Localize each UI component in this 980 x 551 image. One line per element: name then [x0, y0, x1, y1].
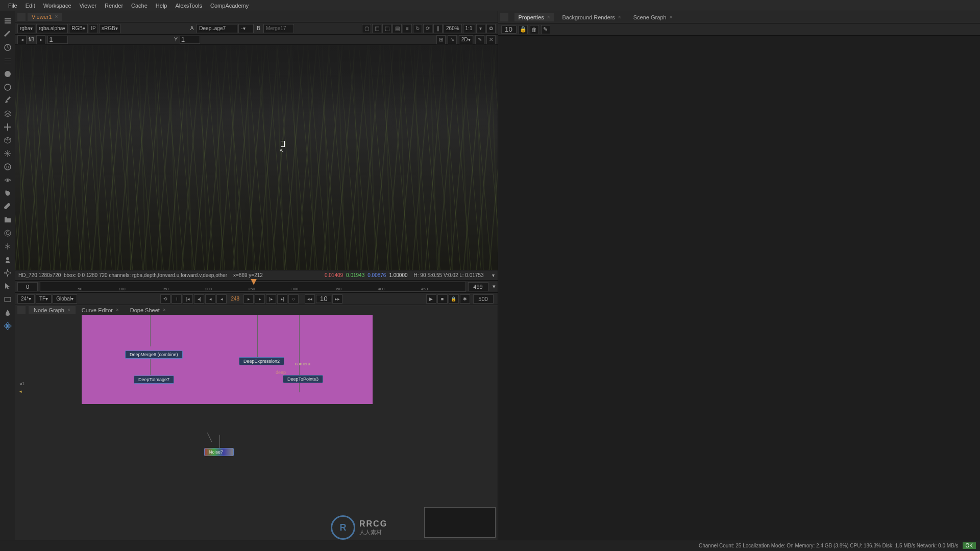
stop-icon[interactable]: ■	[437, 294, 448, 304]
tool-brush-icon[interactable]	[2, 29, 13, 40]
delete-icon[interactable]: 🗑	[530, 25, 539, 34]
wipe-icon[interactable]: ◫	[372, 24, 381, 33]
close-icon[interactable]: ×	[55, 14, 58, 19]
ratio-select[interactable]: 1:1	[463, 24, 475, 33]
skip-input[interactable]	[316, 295, 331, 303]
tool-target-icon[interactable]	[2, 228, 13, 239]
step-back-icon[interactable]: ◂	[216, 294, 227, 304]
close-icon[interactable]: ×	[618, 14, 621, 20]
tool-pointer-icon[interactable]	[2, 15, 13, 27]
pause-icon[interactable]: ∥	[433, 24, 443, 33]
minimap[interactable]	[424, 507, 496, 538]
close-icon[interactable]: ×	[116, 307, 119, 313]
tool-layers-icon[interactable]	[2, 108, 13, 119]
skip-back-icon[interactable]: ◂◂	[305, 294, 315, 304]
timeline-track[interactable]: 50 100 150 200 250 300 350 400 450	[40, 282, 466, 292]
tool-pen-icon[interactable]	[2, 95, 13, 106]
tab-bg-renders[interactable]: Background Renders ×	[558, 13, 625, 21]
lut-select[interactable]: sRGB ▾	[99, 24, 120, 33]
mode-select[interactable]: 2D ▾	[459, 35, 473, 44]
chevron-down-icon[interactable]: ▾	[491, 283, 498, 290]
menu-viewer[interactable]: Viewer	[76, 3, 101, 9]
backdrop-node[interactable]	[82, 315, 373, 404]
tool-cube-icon[interactable]	[2, 135, 13, 146]
proxy-icon[interactable]: ▤	[393, 24, 402, 33]
tab-properties[interactable]: Properties ×	[514, 13, 554, 21]
menu-cache[interactable]: Cache	[127, 3, 152, 9]
tab-grip-icon[interactable]	[17, 13, 26, 21]
tool-lines-icon[interactable]	[2, 55, 13, 66]
playhead-icon[interactable]	[251, 279, 257, 285]
frame-start-input[interactable]: 0	[17, 282, 38, 291]
play-fwd-icon[interactable]: ▸	[255, 294, 265, 304]
tool-head-icon[interactable]	[2, 254, 13, 265]
tab-nodegraph[interactable]: Node Graph ×	[29, 306, 76, 314]
tf-select[interactable]: TF ▾	[36, 294, 52, 304]
node-graph[interactable]: DeepMerge6 (combine) DeepExpression2 cam…	[15, 315, 498, 540]
fps-select[interactable]: 24* ▾	[17, 294, 35, 304]
tool-circle-icon[interactable]	[2, 82, 13, 93]
a-op-select[interactable]: - ▾	[238, 24, 254, 33]
settings-icon[interactable]: ✿	[486, 24, 496, 33]
prev-key-icon[interactable]: ◂|	[194, 294, 204, 304]
tool-move-icon[interactable]	[2, 121, 13, 133]
tab-scene-graph[interactable]: Scene Graph ×	[629, 13, 677, 21]
refresh-icon[interactable]: ↻	[413, 24, 422, 33]
tool-gear-icon[interactable]	[2, 267, 13, 279]
cam-icon[interactable]: ▶	[426, 294, 436, 304]
ip-button[interactable]: IP	[89, 24, 98, 33]
lock-all-icon[interactable]: 🔒	[519, 25, 528, 34]
close-icon[interactable]: ×	[163, 307, 166, 313]
close-icon[interactable]: ×	[670, 14, 673, 20]
tool-cursor-icon[interactable]	[2, 281, 13, 292]
colorspace-select[interactable]: RGB ▾	[69, 24, 88, 33]
a-node-select[interactable]: Deep..age7	[197, 24, 237, 33]
prev-icon[interactable]: ◂	[17, 35, 27, 44]
global-select[interactable]: Global ▾	[53, 294, 77, 304]
tab-grip-icon[interactable]	[17, 306, 26, 314]
node-deepmerge[interactable]: DeepMerge6 (combine)	[125, 350, 183, 359]
tool-d-icon[interactable]: D	[2, 161, 13, 172]
close-icon[interactable]: ×	[547, 14, 550, 20]
play-back-icon[interactable]: ◂	[205, 294, 215, 304]
clip-icon[interactable]: ▢	[362, 24, 371, 33]
frame-end2-input[interactable]: 500	[473, 294, 494, 304]
menu-help[interactable]: Help	[152, 3, 172, 9]
grid-icon[interactable]: ⊞	[436, 35, 446, 44]
loop-icon[interactable]: ⟲	[160, 294, 170, 304]
tool-paint-icon[interactable]	[2, 188, 13, 199]
menu-render[interactable]: Render	[101, 3, 127, 9]
menu-edit[interactable]: Edit	[21, 3, 39, 9]
lines-icon[interactable]: ≡	[403, 24, 412, 33]
b-node-select[interactable]: Merge17	[263, 24, 294, 33]
record-icon[interactable]: ○	[288, 294, 299, 304]
dropdown-icon[interactable]: ▾	[476, 24, 485, 33]
star-icon[interactable]: ✱	[460, 294, 470, 304]
zoom-select[interactable]: 260%	[444, 24, 462, 33]
roi-icon[interactable]: ⬚	[382, 24, 391, 33]
tool-clock-icon[interactable]	[2, 42, 13, 53]
tab-viewer1[interactable]: Viewer1 ×	[28, 13, 62, 21]
curve-icon[interactable]: ∿	[448, 35, 457, 44]
y-input[interactable]	[180, 36, 200, 44]
x-icon[interactable]: ✕	[486, 35, 496, 44]
last-frame-icon[interactable]: ▸|	[277, 294, 287, 304]
step-fwd-icon[interactable]: ▸	[243, 294, 254, 304]
count-input[interactable]	[501, 26, 517, 34]
chevron-down-icon[interactable]: ▾	[492, 272, 495, 278]
node-noise[interactable]: Noise7	[204, 448, 234, 456]
node-deeptoimage[interactable]: DeepToImage7	[134, 375, 174, 384]
channel-layer-select[interactable]: rgba ▾	[17, 24, 35, 33]
tool-sphere-icon[interactable]	[2, 68, 13, 80]
next-icon[interactable]: ▸	[36, 35, 45, 44]
menu-alexstools[interactable]: AlexsTools	[171, 3, 206, 9]
tool-eye-icon[interactable]	[2, 174, 13, 186]
tool-folder-icon[interactable]	[2, 214, 13, 226]
viewport[interactable]: ↖	[15, 45, 498, 270]
fstop-input[interactable]	[47, 36, 68, 44]
node-deeptopoints[interactable]: DeepToPoints3	[283, 375, 323, 383]
tool-drop-icon[interactable]	[2, 307, 13, 318]
tab-grip-icon[interactable]	[500, 13, 508, 21]
tool-snow-icon[interactable]	[2, 241, 13, 252]
tool-rect-icon[interactable]	[2, 294, 13, 305]
